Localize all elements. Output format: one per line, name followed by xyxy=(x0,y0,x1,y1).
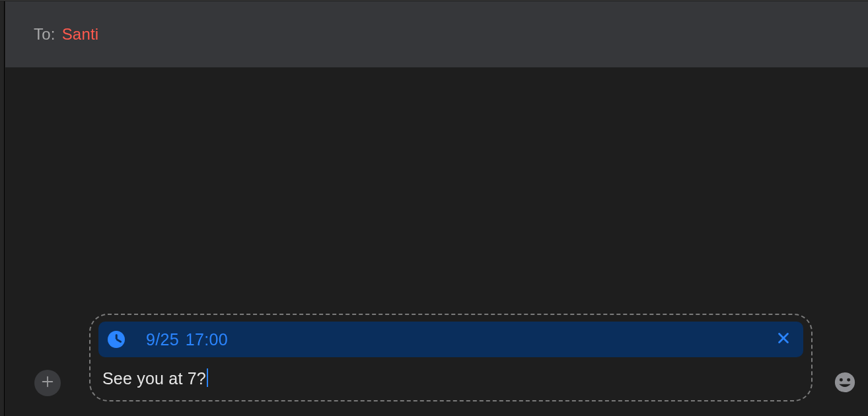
clock-icon xyxy=(108,331,125,348)
to-label: To: xyxy=(34,25,55,44)
schedule-datetime: 9/2517:00 xyxy=(146,330,228,349)
schedule-date: 9/25 xyxy=(146,330,179,349)
window-left-edge xyxy=(0,1,5,416)
conversation-area: 9/2517:00 See you at 7? xyxy=(5,67,868,416)
schedule-send-chip[interactable]: 9/2517:00 xyxy=(98,322,803,357)
message-input-row[interactable]: See you at 7? xyxy=(98,364,803,392)
schedule-time: 17:00 xyxy=(186,330,228,349)
compose-box[interactable]: 9/2517:00 See you at 7? xyxy=(89,314,813,401)
emoji-smile-icon xyxy=(834,371,856,396)
add-attachment-button[interactable] xyxy=(34,370,61,396)
svg-point-6 xyxy=(847,378,850,382)
text-cursor xyxy=(207,368,208,387)
close-icon xyxy=(776,331,791,348)
recipient-name[interactable]: Santi xyxy=(62,25,99,44)
plus-icon xyxy=(40,374,55,392)
dismiss-schedule-button[interactable] xyxy=(776,331,791,347)
recipient-header: To: Santi xyxy=(5,1,868,67)
message-input-text[interactable]: See you at 7? xyxy=(102,369,206,388)
svg-point-5 xyxy=(840,378,843,382)
emoji-picker-button[interactable] xyxy=(832,371,857,396)
svg-point-4 xyxy=(835,372,855,392)
